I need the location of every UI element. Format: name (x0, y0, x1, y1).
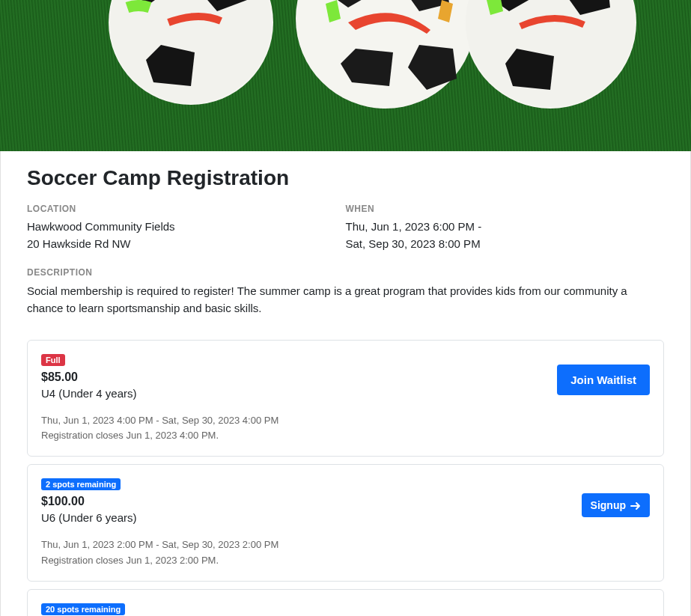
status-badge: 2 spots remaining (41, 478, 121, 490)
soccer-ball-image (296, 0, 475, 109)
session-reg-closes: Registration closes Jun 1, 2023 4:00 PM. (41, 428, 650, 444)
when-block: WHEN Thu, Jun 1, 2023 6:00 PM - Sat, Sep… (346, 204, 665, 252)
session-card: 20 spots remaining $100.00 U8 (Under 8 y… (27, 589, 664, 616)
location-label: LOCATION (27, 204, 346, 214)
location-address: 20 Hawkside Rd NW (27, 236, 346, 253)
button-label: Join Waitlist (570, 373, 636, 386)
svg-marker-12 (505, 49, 554, 90)
info-row: LOCATION Hawkwood Community Fields 20 Ha… (27, 204, 664, 252)
soccer-ball-image (109, 0, 273, 105)
content-area: Soccer Camp Registration LOCATION Hawkwo… (0, 151, 691, 616)
button-label: Signup (591, 499, 626, 511)
when-start: Thu, Jun 1, 2023 6:00 PM - (346, 219, 665, 236)
location-block: LOCATION Hawkwood Community Fields 20 Ha… (27, 204, 346, 252)
session-schedule: Thu, Jun 1, 2023 2:00 PM - Sat, Sep 30, … (41, 537, 650, 553)
hero-banner (0, 0, 691, 151)
session-card: 2 spots remaining $100.00 U6 (Under 6 ye… (27, 464, 664, 582)
session-reg-closes: Registration closes Jun 1, 2023 2:00 PM. (41, 553, 650, 569)
status-badge: Full (41, 354, 65, 366)
page-container: Soccer Camp Registration LOCATION Hawkwo… (0, 0, 691, 616)
session-schedule: Thu, Jun 1, 2023 4:00 PM - Sat, Sep 30, … (41, 413, 650, 429)
arrow-right-icon (630, 501, 641, 510)
description-label: DESCRIPTION (27, 267, 664, 278)
location-name: Hawkwood Community Fields (27, 219, 346, 236)
when-end: Sat, Sep 30, 2023 8:00 PM (346, 236, 665, 253)
session-price: $100.00 (41, 495, 650, 508)
session-name: U6 (Under 6 years) (41, 511, 650, 524)
page-title: Soccer Camp Registration (27, 166, 664, 190)
description-block: DESCRIPTION Social membership is require… (27, 267, 664, 317)
session-card: Full $85.00 U4 (Under 4 years) Thu, Jun … (27, 340, 664, 457)
soccer-ball-image (464, 0, 636, 109)
join-waitlist-button[interactable]: Join Waitlist (557, 365, 650, 395)
when-label: WHEN (346, 204, 665, 214)
description-text: Social membership is required to registe… (27, 282, 664, 317)
signup-button[interactable]: Signup (582, 493, 650, 517)
status-badge: 20 spots remaining (41, 603, 125, 615)
